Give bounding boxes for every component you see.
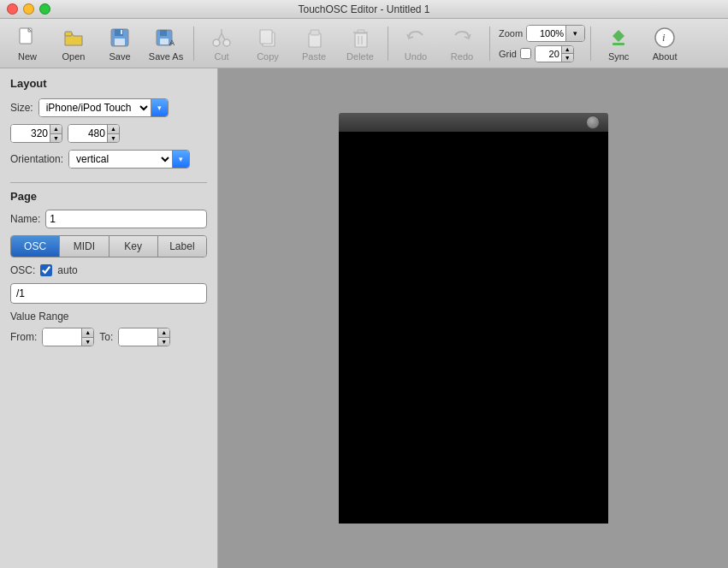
copy-icon [256, 26, 280, 50]
to-label: To: [99, 331, 113, 343]
redo-icon [450, 26, 474, 50]
page-section-title: Page [10, 190, 207, 203]
toolbar: New Open Save [0, 19, 728, 68]
paste-button[interactable]: Paste [292, 22, 336, 65]
grid-value-input[interactable] [536, 46, 561, 62]
open-icon [62, 26, 86, 50]
tab-osc[interactable]: OSC [11, 236, 60, 257]
redo-label: Redo [451, 51, 473, 62]
save-label: Save [109, 51, 130, 62]
value-range-row: From: ▲ ▼ To: ▲ ▼ [10, 328, 207, 346]
osc-path-input[interactable] [10, 283, 207, 304]
height-stepper-down[interactable]: ▼ [108, 134, 119, 143]
sync-label: Sync [608, 51, 629, 62]
zoom-dropdown-button[interactable]: ▾ [565, 25, 584, 42]
height-stepper-up[interactable]: ▲ [108, 125, 119, 134]
edit-tools: Cut Copy Paste [199, 22, 382, 65]
new-button[interactable]: New [5, 22, 50, 65]
sync-button[interactable]: Sync [596, 22, 641, 65]
minimize-button[interactable] [23, 3, 34, 15]
device-camera-button [586, 115, 600, 129]
svg-line-13 [222, 33, 225, 40]
height-input[interactable] [68, 125, 107, 142]
page-tab-group: OSC MIDI Key Label [10, 235, 207, 257]
orientation-select[interactable]: vertical horizontal [69, 150, 172, 169]
osc-row: OSC: auto [10, 264, 207, 276]
grid-row: Grid ▲ ▼ [499, 45, 585, 62]
svg-marker-25 [619, 30, 624, 42]
grid-label: Grid [499, 49, 517, 59]
about-button[interactable]: i About [642, 22, 687, 65]
from-label: From: [10, 331, 37, 343]
name-input[interactable] [45, 210, 207, 228]
paste-icon [302, 26, 326, 50]
to-stepper-up[interactable]: ▲ [158, 328, 169, 338]
save-as-icon: A [154, 26, 178, 50]
zoom-row: Zoom ▾ [499, 25, 585, 42]
copy-label: Copy [257, 51, 279, 62]
value-range-title: Value Range [10, 311, 207, 322]
dimensions-row: ▲ ▼ ▲ ▼ [10, 124, 207, 143]
redo-button[interactable]: Redo [440, 22, 484, 65]
size-select-arrow: ▾ [151, 98, 168, 117]
size-select[interactable]: iPhone/iPod Touch iPad iPhone 5 Custom [39, 98, 151, 117]
width-stepper-up[interactable]: ▲ [50, 125, 62, 134]
zoom-grid-section: Zoom ▾ Grid ▲ ▼ [499, 25, 585, 62]
svg-rect-4 [115, 38, 125, 45]
grid-stepper-up[interactable]: ▲ [562, 45, 573, 55]
svg-point-11 [223, 39, 230, 46]
svg-rect-16 [260, 30, 272, 44]
to-input-wrap: ▲ ▼ [118, 328, 170, 346]
orientation-label: Orientation: [10, 153, 63, 165]
open-label: Open [62, 51, 86, 62]
title-bar: TouchOSC Editor - Untitled 1 [0, 0, 728, 19]
svg-rect-8 [160, 38, 169, 44]
new-icon [15, 26, 39, 50]
grid-stepper-down[interactable]: ▼ [562, 54, 573, 62]
osc-label: OSC: [10, 264, 35, 276]
orientation-row: Orientation: vertical horizontal ▾ [10, 150, 207, 169]
delete-button[interactable]: Delete [338, 22, 382, 65]
copy-button[interactable]: Copy [246, 22, 290, 65]
cut-button[interactable]: Cut [199, 22, 244, 65]
grid-input-wrap: ▲ ▼ [535, 45, 574, 62]
tab-label[interactable]: Label [158, 236, 206, 257]
file-tools: New Open Save [5, 22, 188, 65]
width-input[interactable] [11, 125, 50, 142]
osc-auto-checkbox[interactable] [40, 264, 52, 276]
to-stepper: ▲ ▼ [157, 328, 169, 346]
svg-rect-1 [65, 32, 72, 36]
svg-rect-7 [160, 30, 167, 36]
size-label: Size: [10, 102, 33, 114]
separator-4 [590, 27, 591, 61]
about-label: About [653, 51, 678, 62]
to-stepper-down[interactable]: ▼ [158, 338, 169, 346]
tab-key[interactable]: Key [109, 236, 158, 257]
svg-text:A: A [169, 38, 175, 47]
orientation-select-arrow: ▾ [172, 150, 189, 169]
to-input[interactable] [119, 328, 157, 346]
device-screen [339, 132, 608, 524]
width-stepper-down[interactable]: ▼ [50, 134, 62, 143]
window-controls[interactable] [7, 3, 50, 15]
save-as-button[interactable]: A Save As [144, 22, 188, 65]
grid-checkbox[interactable] [520, 48, 531, 59]
window-title: TouchOSC Editor - Untitled 1 [298, 3, 429, 15]
save-icon [108, 26, 132, 50]
svg-rect-21 [358, 30, 364, 33]
separator-2 [388, 27, 388, 61]
save-button[interactable]: Save [98, 22, 142, 65]
open-button[interactable]: Open [51, 22, 96, 65]
svg-rect-26 [613, 43, 624, 45]
canvas-area[interactable] [218, 68, 728, 568]
device-frame [339, 113, 608, 524]
close-button[interactable] [7, 3, 18, 15]
from-stepper-up[interactable]: ▲ [82, 328, 93, 338]
tab-midi[interactable]: MIDI [60, 236, 109, 257]
from-stepper-down[interactable]: ▼ [82, 338, 93, 346]
from-input[interactable] [43, 328, 81, 346]
zoom-input[interactable] [527, 26, 565, 41]
maximize-button[interactable] [39, 3, 50, 15]
undo-button[interactable]: Undo [394, 22, 438, 65]
osc-auto-label: auto [57, 264, 77, 276]
